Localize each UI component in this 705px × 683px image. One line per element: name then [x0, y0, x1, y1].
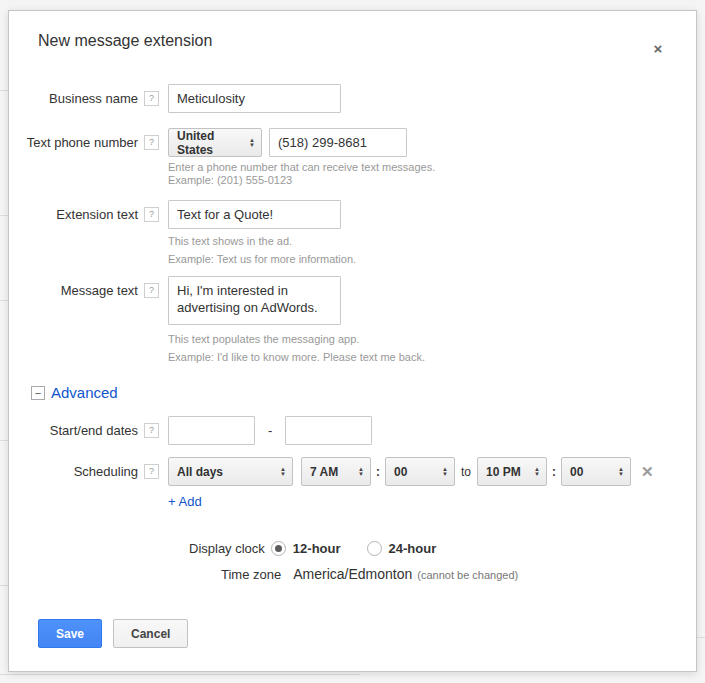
business-name-input[interactable]: [168, 84, 341, 113]
message-text-label: Message text: [61, 283, 138, 298]
time-colon: :: [376, 465, 380, 479]
page-background-divider: [697, 637, 705, 638]
end-hour-select[interactable]: 10 PM ▲▼: [477, 457, 547, 486]
new-message-extension-dialog: New message extension × Business name ? …: [8, 10, 697, 672]
extension-text-input[interactable]: [168, 200, 341, 229]
to-label: to: [461, 465, 471, 479]
start-end-dates-row: Start/end dates ? -: [9, 416, 696, 445]
updown-arrows-icon: ▲▼: [358, 467, 364, 477]
updown-arrows-icon: ▲▼: [280, 467, 286, 477]
business-name-row: Business name ?: [9, 84, 696, 113]
extension-text-label: Extension text: [56, 207, 138, 222]
country-select[interactable]: United States ▲▼: [168, 128, 262, 157]
scheduling-label: Scheduling: [74, 464, 138, 479]
help-icon[interactable]: ?: [144, 464, 159, 479]
time-zone-value: America/Edmonton: [293, 566, 412, 582]
add-schedule-link[interactable]: + Add: [168, 494, 202, 509]
page-background-divider: [0, 90, 8, 91]
page-background-right: [697, 0, 705, 683]
time-zone-note: (cannot be changed): [417, 569, 518, 581]
radio-24-hour-label[interactable]: 24-hour: [389, 541, 437, 556]
start-hour-select[interactable]: 7 AM ▲▼: [301, 457, 371, 486]
scheduling-row: Scheduling ? All days ▲▼ 7 AM ▲▼ :: [9, 457, 696, 510]
page-background-divider: [0, 300, 8, 301]
time-zone-row: Time zone America/Edmonton (cannot be ch…: [221, 566, 696, 582]
help-icon[interactable]: ?: [144, 283, 159, 298]
time-colon: :: [552, 465, 556, 479]
page-background-divider: [0, 674, 360, 675]
end-date-input[interactable]: [285, 416, 372, 445]
page-background-divider: [0, 585, 8, 586]
updown-arrows-icon: ▲▼: [534, 467, 540, 477]
business-name-label: Business name: [49, 91, 138, 106]
help-icon[interactable]: ?: [144, 91, 159, 106]
cancel-button[interactable]: Cancel: [113, 619, 188, 648]
close-icon[interactable]: ×: [650, 41, 666, 57]
updown-arrows-icon: ▲▼: [618, 467, 624, 477]
dialog-actions: Save Cancel: [38, 619, 696, 648]
page-background-divider: [0, 440, 8, 441]
message-text-row: Message text ? Hi, I'm interested in adv…: [9, 276, 696, 364]
time-zone-label: Time zone: [221, 567, 281, 582]
help-icon[interactable]: ?: [144, 207, 159, 222]
phone-hint: Enter a phone number that can receive te…: [168, 161, 435, 187]
page-background-left: [0, 0, 8, 683]
advanced-label[interactable]: Advanced: [51, 384, 118, 401]
phone-row: Text phone number ? United States ▲▼ Ent…: [9, 128, 696, 187]
help-icon[interactable]: ?: [144, 423, 159, 438]
start-date-input[interactable]: [168, 416, 255, 445]
start-minute-select[interactable]: 00 ▲▼: [385, 457, 455, 486]
dialog-title: New message extension: [38, 32, 696, 50]
start-end-dates-label: Start/end dates: [50, 423, 138, 438]
extension-text-row: Extension text ? This text shows in the …: [9, 200, 696, 266]
date-range-separator: -: [268, 416, 272, 445]
message-text-hint: This text populates the messaging app. E…: [168, 333, 425, 364]
extension-text-hint: This text shows in the ad. Example: Text…: [168, 235, 356, 266]
radio-24-hour[interactable]: [367, 541, 382, 556]
phone-number-input[interactable]: [269, 128, 407, 157]
page-background-divider: [0, 215, 8, 216]
phone-label: Text phone number: [27, 135, 138, 150]
display-clock-row: Display clock 12-hour 24-hour: [189, 541, 696, 556]
collapse-icon[interactable]: −: [31, 386, 45, 400]
remove-schedule-icon[interactable]: ✕: [641, 457, 654, 486]
days-select[interactable]: All days ▲▼: [168, 457, 293, 486]
updown-arrows-icon: ▲▼: [249, 138, 255, 148]
radio-12-hour-label[interactable]: 12-hour: [293, 541, 341, 556]
message-text-input[interactable]: Hi, I'm interested in advertising on AdW…: [168, 276, 341, 325]
end-minute-select[interactable]: 00 ▲▼: [561, 457, 631, 486]
advanced-toggle[interactable]: − Advanced: [31, 384, 696, 401]
save-button[interactable]: Save: [38, 619, 102, 648]
help-icon[interactable]: ?: [144, 135, 159, 150]
display-clock-label: Display clock: [189, 541, 265, 556]
updown-arrows-icon: ▲▼: [442, 467, 448, 477]
radio-12-hour[interactable]: [271, 541, 286, 556]
